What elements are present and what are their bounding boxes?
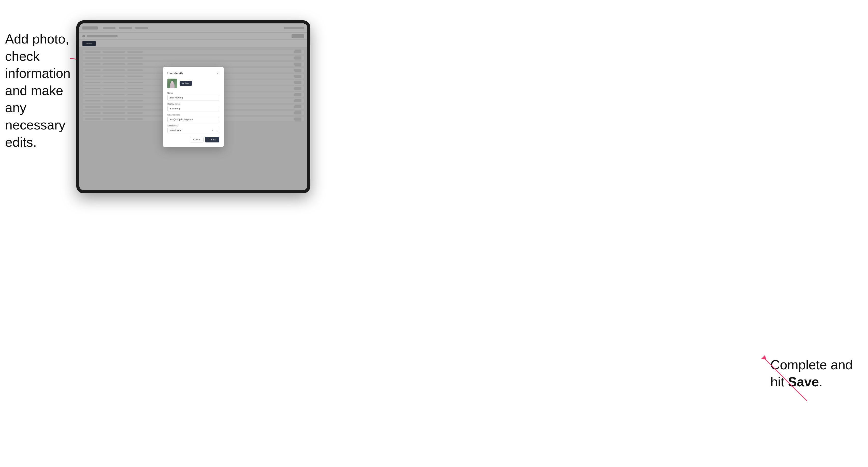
modal-header: User details × [167,71,219,75]
user-photo-thumbnail [167,79,177,88]
school-year-expand-icon[interactable]: ⌄ [215,129,218,132]
save-icon: ⬆ [208,138,210,141]
school-year-field-group: School Year × ⌄ [167,125,219,133]
save-button[interactable]: ⬆ Save [205,137,219,143]
photo-section: Upload [167,79,219,88]
upload-photo-button[interactable]: Upload [180,81,192,86]
email-field-group: Email address [167,114,219,122]
user-details-modal: User details × Upload Name [163,67,224,147]
display-name-input[interactable] [167,106,219,112]
name-input[interactable] [167,95,219,100]
svg-marker-1 [761,355,766,360]
name-field-group: Name [167,92,219,100]
modal-actions: Cancel ⬆ Save [167,137,219,143]
save-label: Save [211,138,216,141]
email-input[interactable] [167,117,219,122]
name-label: Name [167,92,219,94]
tablet-screen: Users [80,23,307,190]
modal-title: User details [167,72,183,75]
email-label: Email address [167,114,219,116]
display-name-label: Display name [167,103,219,105]
cancel-button[interactable]: Cancel [190,137,204,143]
tablet-device: Users [76,20,310,193]
modal-overlay: User details × Upload Name [80,23,307,190]
school-year-label: School Year [167,125,219,127]
school-year-select-wrapper: × ⌄ [167,128,219,133]
annotation-right: Complete and hit Save. [770,356,853,391]
user-photo-image [167,79,177,88]
annotation-left: Add photo, check information and make an… [5,31,76,151]
display-name-field-group: Display name [167,103,219,112]
close-icon[interactable]: × [216,71,219,75]
school-year-clear-icon[interactable]: × [211,129,214,132]
